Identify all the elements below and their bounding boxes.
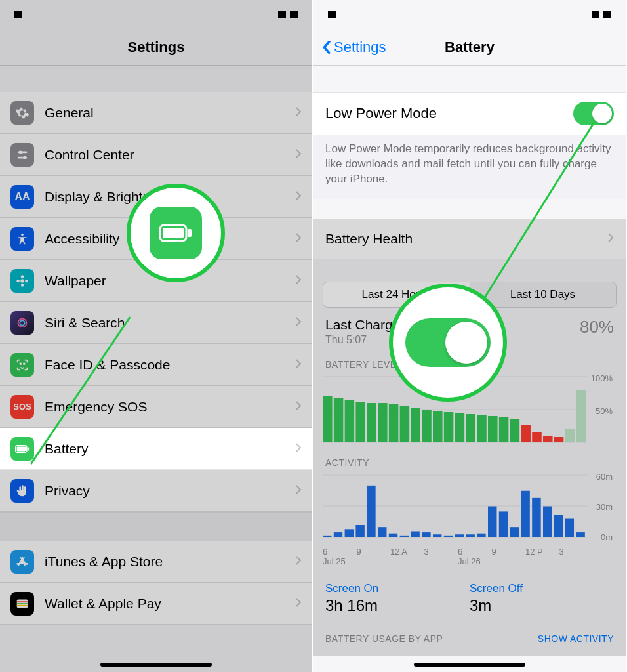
chevron-right-icon [295,316,302,329]
activity-caption: ACTIVITY [314,446,626,469]
toggle-icon [405,318,491,367]
chevron-right-icon [295,442,302,455]
svg-point-6 [21,275,24,278]
axis-label: 60m [596,472,613,482]
row-control-center[interactable]: Control Center [0,134,312,176]
svg-rect-37 [466,414,475,442]
svg-rect-45 [554,437,564,442]
last-charge-pct: 80% [580,317,614,346]
row-label: Battery [45,441,295,457]
back-button[interactable]: Settings [321,39,386,56]
screen-off-value: 3m [470,597,614,615]
flower-icon [10,269,34,293]
accessibility-icon [10,227,34,251]
axis-label: 0m [601,532,613,542]
battery-icon [10,437,34,461]
row-general[interactable]: General [0,92,312,134]
svg-rect-64 [466,534,474,537]
chevron-right-icon [607,232,614,245]
svg-point-3 [23,156,26,159]
svg-rect-69 [521,491,529,537]
svg-rect-62 [444,536,453,537]
svg-rect-71 [543,506,552,537]
svg-rect-73 [565,518,574,537]
usage-by-app-header: BATTERY USAGE BY APP SHOW ACTIVITY [314,621,626,656]
svg-rect-27 [355,402,365,442]
row-siri-search[interactable]: Siri & Search [0,302,312,344]
svg-rect-0 [18,151,28,153]
svg-point-13 [24,363,25,364]
svg-rect-70 [532,498,540,537]
svg-rect-59 [411,531,419,537]
screen-on-label: Screen On [325,582,470,595]
row-label: Battery Health [325,231,607,247]
chevron-right-icon [295,555,302,568]
svg-rect-18 [17,601,28,602]
svg-rect-76 [163,228,184,238]
svg-rect-16 [28,447,30,450]
svg-point-7 [21,284,24,287]
svg-rect-52 [334,532,342,537]
svg-point-11 [20,320,24,325]
svg-rect-56 [378,527,386,537]
nav-bar: Settings [0,29,312,66]
chevron-right-icon [295,484,302,497]
svg-rect-30 [389,404,399,442]
row-battery-health[interactable]: Battery Health [314,219,626,259]
svg-rect-72 [554,514,563,537]
svg-rect-66 [488,506,496,537]
home-indicator[interactable] [414,663,525,667]
gear-icon [10,101,34,125]
svg-rect-35 [444,412,454,442]
svg-rect-44 [543,436,553,442]
appstore-icon [10,550,34,574]
svg-rect-36 [455,413,465,442]
callout-toggle [389,284,507,402]
svg-rect-57 [389,533,397,537]
row-label: Privacy [45,483,295,499]
svg-rect-29 [378,403,388,442]
row-face-id[interactable]: Face ID & Passcode [0,344,312,386]
svg-rect-68 [510,527,519,537]
svg-rect-28 [367,403,376,442]
row-itunes-app-store[interactable]: iTunes & App Store [0,541,312,583]
lpm-label: Low Power Mode [325,105,573,122]
svg-rect-54 [355,525,364,537]
row-wallet-apple-pay[interactable]: Wallet & Apple Pay [0,583,312,625]
chevron-right-icon [295,400,302,413]
svg-rect-53 [345,529,354,537]
svg-rect-33 [422,410,432,442]
svg-rect-15 [17,446,26,451]
svg-rect-32 [411,408,420,442]
svg-rect-61 [433,534,441,537]
home-indicator[interactable] [100,663,212,667]
svg-rect-77 [188,229,192,237]
svg-rect-46 [565,429,575,442]
chevron-right-icon [295,597,302,610]
svg-rect-26 [345,400,355,442]
svg-rect-47 [576,390,586,442]
svg-rect-63 [455,534,464,537]
svg-rect-19 [17,603,28,604]
row-label: Emergency SOS [45,399,295,415]
nav-bar: Settings Battery [314,29,626,66]
svg-rect-67 [499,511,508,537]
svg-rect-31 [400,406,410,442]
svg-rect-51 [323,536,331,537]
callout-battery-icon [127,184,225,282]
settings-list: General Control Center AA Display & Brig… [0,92,312,512]
svg-point-5 [20,279,24,283]
row-emergency-sos[interactable]: SOS Emergency SOS [0,386,312,428]
row-label: Wallet & Apple Pay [45,596,295,612]
chevron-right-icon [295,232,302,245]
svg-rect-43 [532,432,542,442]
show-activity-link[interactable]: SHOW ACTIVITY [538,633,614,644]
svg-point-8 [16,279,20,282]
svg-rect-74 [576,532,584,537]
svg-rect-40 [499,417,509,442]
chevron-right-icon [295,106,302,119]
row-privacy[interactable]: Privacy [0,470,312,512]
x-axis-dates: Jul 25Jul 26 [323,556,593,566]
chevron-right-icon [295,190,302,203]
row-battery[interactable]: Battery [0,428,312,470]
